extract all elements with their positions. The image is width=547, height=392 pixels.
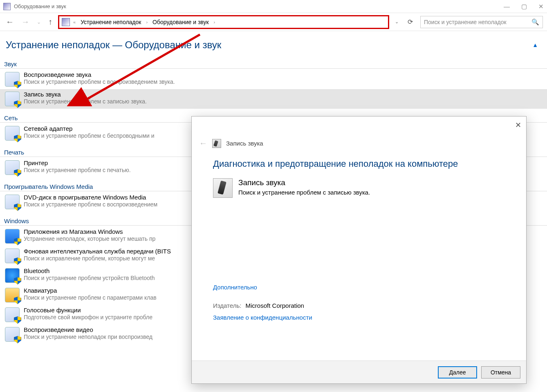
ts-title: Запись звука [24,91,147,98]
troubleshooter-wizard: ✕ ← Запись звука Диагностика и предотвра… [191,116,527,384]
wizard-advanced-link[interactable]: Дополнительно [213,284,505,291]
troubleshooter-recording[interactable]: Запись звука Поиск и устранение проблем … [0,89,547,109]
microphone-icon [213,178,233,198]
ts-desc: Устранение неполадок, которые могут меша… [24,235,155,242]
breadcrumb-separator-icon: › [213,20,216,25]
troubleshooter-playback[interactable]: Воспроизведение звука Поиск и устранение… [0,69,547,89]
ts-title: DVD-диск в проигрывателе Windows Media [24,194,157,201]
keyboard-icon [4,287,20,303]
address-dropdown-icon[interactable]: ⌄ [393,19,400,25]
store-icon [4,228,20,244]
microphone-icon [212,139,221,148]
cancel-button[interactable]: Отмена [481,366,520,379]
nav-up-icon[interactable]: ↑ [47,17,54,27]
breadcrumb-item-2[interactable]: Оборудование и звук [151,18,211,26]
ts-title: Голосовые функции [24,307,152,314]
bluetooth-icon [4,267,20,284]
ts-desc: Поиск и устранение проблем устройств Blu… [24,275,155,281]
wizard-publisher: Издатель: Microsoft Corporation [213,302,505,309]
search-icon: 🔍 [531,18,539,26]
ts-desc: Поиск и устранение проблем с печатью. [24,167,131,173]
breadcrumb-chevron-icon: « [72,20,76,25]
ts-desc: Поиск и устранение проблем с параметрами… [24,294,157,301]
ts-desc: Подготовьте свой микрофон и устраните пр… [24,314,152,320]
breadcrumb-separator-icon: › [145,20,148,25]
nav-recent-dropdown[interactable]: ⌄ [35,19,43,25]
ts-title: Фоновая интеллектуальная служба передачи… [24,248,171,255]
refresh-icon[interactable]: ⟳ [404,18,416,26]
wizard-body: Диагностика и предотвращение неполадок н… [192,151,526,361]
ts-desc: Поиск и исправление проблем, которые мог… [24,255,171,262]
nav-forward-icon[interactable]: → [20,17,31,27]
wizard-close-button[interactable]: ✕ [515,121,521,130]
search-input[interactable]: Поиск и устранение неполадок 🔍 [420,16,543,28]
ts-desc: Поиск и устранение проблем с воспроизвед… [24,78,175,85]
ts-title: Воспроизведение звука [24,71,175,78]
nav-row: ← → ⌄ ↑ « Устранение неполадок › Оборудо… [0,13,547,31]
nav-back-icon[interactable]: ← [4,17,16,27]
ts-title: Bluetooth [24,267,155,274]
wizard-back-icon[interactable]: ← [199,139,207,148]
window-controls: — ▢ ✕ [504,3,544,10]
ts-title: Приложения из Магазина Windows [24,228,155,235]
window-title: Оборудование и звук [14,3,504,9]
publisher-value: Microsoft Corporation [246,302,304,309]
ts-desc: Поиск и устранение проблем с воспроизвед… [24,201,157,208]
breadcrumb-icon [62,18,70,26]
ts-desc: Поиск и устранение неполадок при воспрои… [24,334,152,340]
wizard-header: ← Запись звука [192,135,526,151]
search-placeholder: Поиск и устранение неполадок [424,19,507,25]
breadcrumb-item-1[interactable]: Устранение неполадок [79,18,143,26]
ts-title: Воспроизведение видео [24,326,152,333]
app-icon [3,3,11,10]
video-icon [4,326,20,343]
scroll-up-icon[interactable]: ▲ [532,42,538,48]
wizard-item-title: Запись звука [238,178,370,187]
category-sound: Звук [0,55,547,69]
ts-desc: Поиск и устранение проблем с записью зву… [24,98,147,105]
wizard-footer: Далее Отмена [192,361,526,383]
page-title: Устранение неполадок — Оборудование и зв… [0,32,547,55]
publisher-label: Издатель: [213,302,241,309]
ts-desc: Поиск и устранение проблем с беспроводны… [24,132,155,139]
wizard-item-desc: Поиск и устранение проблем с записью зву… [238,189,370,196]
ts-title: Принтер [24,159,131,166]
ts-title: Сетевой адаптер [24,125,155,132]
next-button[interactable]: Далее [438,366,477,379]
minimize-button[interactable]: — [504,3,510,10]
dvd-icon [4,194,20,210]
wizard-privacy-link[interactable]: Заявление о конфиденциальности [213,314,505,321]
maximize-button[interactable]: ▢ [521,3,527,10]
speech-icon [4,307,20,323]
printer-icon [4,159,20,176]
network-icon [4,125,20,141]
ts-title: Клавиатура [24,287,157,294]
titlebar: Оборудование и звук — ▢ ✕ [0,0,547,13]
bits-icon [4,248,20,264]
microphone-icon [4,91,20,107]
wizard-header-title: Запись звука [226,140,263,147]
breadcrumb[interactable]: « Устранение неполадок › Оборудование и … [58,15,389,29]
wizard-heading: Диагностика и предотвращение неполадок н… [213,159,505,169]
speaker-icon [4,71,20,87]
close-button[interactable]: ✕ [538,3,544,10]
